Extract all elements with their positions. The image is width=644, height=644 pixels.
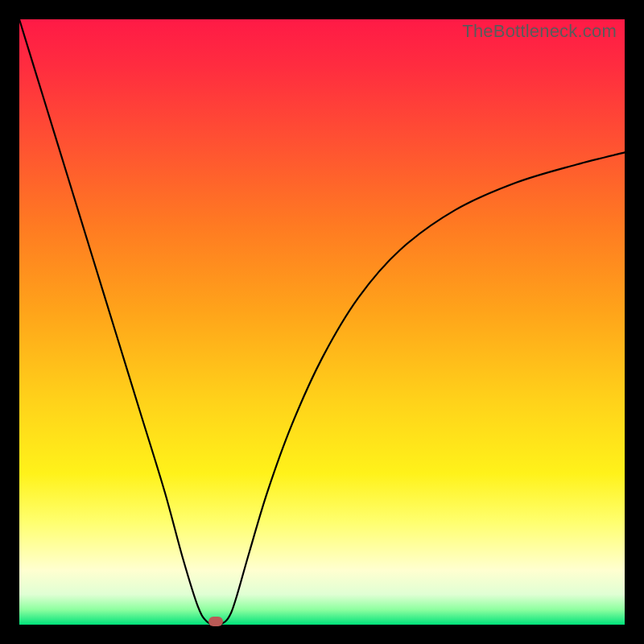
chart-frame: TheBottleneck.com [0,0,644,644]
minimum-marker [208,617,223,626]
plot-area: TheBottleneck.com [19,19,625,625]
bottleneck-curve [19,19,625,625]
